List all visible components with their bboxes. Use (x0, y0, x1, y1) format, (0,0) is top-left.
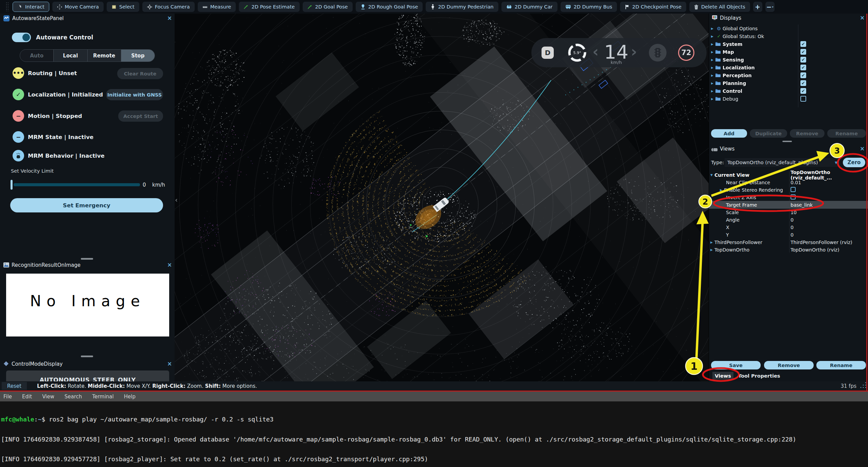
tool-2d-checkpoint-pose[interactable]: 2D Checkpoint Pose (620, 2, 686, 12)
close-icon[interactable]: × (860, 145, 865, 152)
tool-2d-rough-goal-pose[interactable]: 2D Rough Goal Pose (356, 2, 423, 12)
expand-arrow-icon[interactable]: ▶ (711, 89, 715, 93)
tool-2d-goal-pose[interactable]: 2D Goal Pose (303, 2, 353, 12)
menu-view[interactable]: View (42, 394, 54, 400)
display-row-perception[interactable]: ▶Perception (709, 71, 868, 79)
close-icon[interactable]: × (167, 360, 172, 367)
tool-2d-dummy-car[interactable]: 2D Dummy Car (501, 2, 557, 12)
display-checkbox-localization[interactable]: ✔ (800, 65, 806, 70)
clear-route-button[interactable]: Clear Route (117, 68, 163, 79)
view-row-invert-z[interactable]: Invert Z Axis (709, 193, 868, 201)
display-checkbox-perception[interactable]: ✔ (800, 72, 806, 78)
view-row-stereo[interactable]: ▶ Enable Stereo Rendering (709, 186, 868, 194)
chevron-right-icon[interactable]: › (631, 43, 637, 60)
display-row-control[interactable]: ▶Control (709, 87, 868, 95)
expand-arrow-icon[interactable]: ▶ (710, 248, 714, 252)
duplicate-display-button[interactable]: Duplicate (750, 129, 787, 138)
view-type-dropdown[interactable]: TopDownOrtho (rviz_default_plugins) ▼ (725, 158, 840, 167)
panel-splitter-handle[interactable] (81, 356, 93, 357)
mode-auto-button[interactable]: Auto (20, 50, 53, 62)
mode-stop-button[interactable]: Stop (121, 50, 155, 62)
set-emergency-button[interactable]: Set Emergency (10, 198, 163, 212)
tool-2d-dummy-pedestrian[interactable]: 2D Dummy Pedestrian (426, 2, 498, 12)
menu-help[interactable]: Help (124, 394, 136, 400)
rename-view-button[interactable]: Rename (816, 361, 866, 369)
display-row-sensing[interactable]: ▶Sensing (709, 56, 868, 64)
remove-view-button[interactable]: Remove (764, 361, 814, 369)
tool-2d-pose-estimate[interactable]: 2D Pose Estimate (239, 2, 299, 12)
mode-remote-button[interactable]: Remote (88, 50, 121, 62)
expand-arrow-icon[interactable]: ▶ (711, 35, 715, 38)
add-tool-button[interactable]: + (753, 2, 762, 12)
autoware-control-toggle[interactable] (12, 33, 31, 42)
panel-splitter-handle[interactable] (782, 141, 792, 142)
display-row-localization[interactable]: ▶Localization (709, 64, 868, 71)
expand-arrow-icon[interactable]: ▶ (711, 27, 715, 30)
view-row-y[interactable]: Y 0 (709, 231, 868, 239)
view-row-scale[interactable]: Scale 10 (709, 208, 868, 216)
velocity-slider-handle[interactable] (11, 180, 13, 190)
display-row-system[interactable]: ▶System (709, 40, 868, 48)
display-checkbox-debug[interactable] (800, 96, 806, 102)
display-row-planning[interactable]: ▶Planning (709, 79, 868, 87)
display-row-debug[interactable]: ▶Debug (709, 95, 868, 103)
expand-arrow-icon[interactable]: ▶ (711, 82, 715, 85)
tool-2d-dummy-bus[interactable]: 2D Dummy Bus (561, 2, 617, 12)
view-row-target-frame[interactable]: Target Frame base_link (709, 201, 868, 209)
close-icon[interactable]: × (860, 14, 865, 21)
reset-button[interactable]: Reset (2, 382, 27, 390)
tool-delete-all-objects[interactable]: Delete All Objects (689, 2, 750, 12)
rename-display-button[interactable]: Rename (827, 129, 866, 138)
menu-terminal[interactable]: Terminal (92, 394, 113, 400)
expand-arrow-icon[interactable]: ▶ (711, 97, 715, 101)
tool-focus-camera[interactable]: Focus Camera (142, 2, 195, 12)
display-checkbox-map[interactable]: ✔ (800, 49, 806, 55)
initialize-with-gnss-button[interactable]: Initialize with GNSS (106, 89, 163, 100)
terminal-output[interactable]: mfc@whale:~$ ros2 bag play ~/autoware_ma… (0, 401, 868, 467)
display-row-global-options[interactable]: ▶ ⚙ Global Options (709, 24, 868, 32)
mode-local-button[interactable]: Local (53, 50, 87, 62)
tool-select[interactable]: Select (107, 2, 139, 12)
chevron-left-icon[interactable]: ‹ (592, 43, 599, 60)
toolbar-drag-handle[interactable] (6, 2, 9, 11)
display-checkbox-planning[interactable]: ✔ (800, 80, 806, 86)
view-row-near-clip[interactable]: Near Clip Distance 0.01 (709, 178, 868, 186)
expand-arrow-icon[interactable]: ▶ (711, 74, 715, 77)
view-row-topdownortho[interactable]: ▶ TopDownOrtho TopDownOrtho (rviz) (709, 246, 868, 254)
expand-arrow-icon[interactable]: ▶ (711, 58, 715, 62)
tab-tool-properties[interactable]: Tool Properties (738, 373, 780, 379)
remove-tool-button[interactable]: −▾ (765, 2, 775, 12)
add-display-button[interactable]: Add (711, 129, 747, 138)
menu-edit[interactable]: Edit (22, 394, 32, 400)
3d-viewport[interactable]: D 5.9° ‹ 14 › km/h 72 0.0 m (175, 14, 709, 381)
save-view-button[interactable]: Save (711, 361, 761, 369)
expand-arrow-icon[interactable]: ▶ (720, 188, 724, 192)
collapse-arrow-icon[interactable]: ▼ (710, 173, 714, 177)
tab-views[interactable]: Views (712, 372, 733, 380)
view-row-x[interactable]: X 0 (709, 223, 868, 231)
display-row-map[interactable]: ▶Map (709, 48, 868, 56)
close-icon[interactable]: × (167, 261, 172, 268)
accept-start-button[interactable]: Accept Start (118, 110, 163, 122)
tool-measure[interactable]: Measure (198, 2, 236, 12)
zero-button[interactable]: Zero (843, 158, 865, 167)
view-row-angle[interactable]: Angle 0 (709, 216, 868, 224)
display-row-global-status[interactable]: ▶ ✓ Global Status: Ok (709, 32, 868, 40)
view-row-current-view[interactable]: ▼ Current View TopDownOrtho (rviz_defaul… (709, 171, 868, 179)
display-checkbox-system[interactable]: ✔ (800, 41, 806, 47)
tool-move-camera[interactable]: Move Camera (52, 2, 104, 12)
expand-arrow-icon[interactable]: ▶ (710, 241, 714, 244)
tool-interact[interactable]: Interact (13, 2, 49, 12)
resize-grip-icon[interactable] (860, 382, 867, 390)
view-row-thirdperson[interactable]: ▶ ThirdPersonFollower ThirdPersonFollowe… (709, 238, 868, 246)
expand-arrow-icon[interactable]: ▶ (711, 66, 715, 69)
expand-arrow-icon[interactable]: ▶ (711, 42, 715, 46)
stereo-checkbox[interactable] (791, 187, 796, 192)
display-checkbox-control[interactable]: ✔ (800, 88, 806, 94)
invert-z-checkbox[interactable] (791, 194, 796, 200)
velocity-slider-track[interactable] (14, 183, 140, 186)
display-checkbox-sensing[interactable]: ✔ (800, 57, 806, 63)
expand-arrow-icon[interactable]: ▶ (711, 50, 715, 54)
panel-collapse-handle[interactable]: ‹ (175, 193, 179, 207)
remove-display-button[interactable]: Remove (790, 129, 825, 138)
